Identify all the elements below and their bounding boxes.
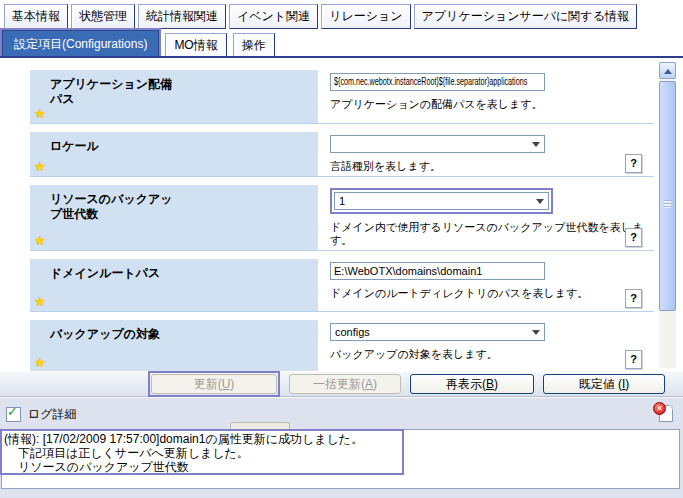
field-control-area: 1 ドメイン内で使用するリソースのバックアップ世代数を表します。 ? — [318, 185, 654, 250]
log-message-line: リソースのバックアップ世代数 — [4, 460, 400, 474]
locale-dropdown[interactable] — [330, 135, 545, 153]
update-button[interactable]: 更新(U) — [151, 374, 277, 394]
domain-root-input[interactable]: E:\WebOTX\domains\domain1 — [330, 262, 545, 280]
required-star-icon: ★ — [34, 234, 48, 247]
tab-configurations[interactable]: 設定項目(Configurations) — [2, 30, 159, 58]
annotation-highlight-box: 1 — [330, 188, 553, 214]
tab-relation[interactable]: リレーション — [321, 4, 410, 29]
field-row-locale: ロケール ★ 言語種別を表します。 ? — [30, 132, 654, 177]
tab-operations[interactable]: 操作 — [233, 33, 275, 58]
field-label: バックアップの対象 — [50, 327, 180, 342]
annotation-highlight-box: 更新(U) — [148, 371, 280, 397]
field-control-area: 言語種別を表します。 ? — [318, 132, 654, 176]
required-star-icon: ★ — [34, 107, 48, 120]
field-description: ドメイン内で使用するリソースのバックアップ世代数を表します。 — [330, 221, 654, 247]
log-message-line: 下記項目は正しくサーバへ更新しました。 — [4, 446, 400, 460]
deploy-path-input[interactable]: ${com.nec.webotx.instanceRoot}${file.sep… — [330, 73, 545, 91]
field-label-cell: ドメインルートパス ★ — [30, 259, 318, 311]
scrollbar-thumb[interactable] — [659, 81, 676, 311]
log-message-line: (情報): [17/02/2009 17:57:00]domain1の属性更新に… — [4, 432, 400, 446]
domain-root-value: E:\WebOTX\domains\domain1 — [334, 265, 482, 277]
default-values-button[interactable]: 既定値 (I) — [543, 374, 665, 394]
refresh-button[interactable]: 再表示(B) — [410, 374, 534, 394]
backup-target-dropdown[interactable]: configs — [330, 323, 545, 341]
backup-generations-value: 1 — [339, 195, 345, 207]
log-message-highlight-box: (情報): [17/02/2009 17:57:00]domain1の属性更新に… — [0, 429, 404, 475]
field-row-deploy-path: アプリケーション配備パス ★ ${com.nec.webotx.instance… — [30, 70, 654, 124]
field-description: バックアップの対象を表します。 — [330, 348, 654, 361]
field-label-cell: バックアップの対象 ★ — [30, 320, 318, 371]
help-button[interactable]: ? — [625, 350, 642, 369]
tab-appserver-info[interactable]: アプリケーションサーバに関する情報 — [414, 4, 637, 29]
backup-target-value: configs — [335, 326, 370, 338]
up-arrow-icon — [664, 69, 672, 74]
backup-generations-dropdown[interactable]: 1 — [334, 192, 549, 210]
field-label-cell: リソースのバックアップ世代数 ★ — [30, 185, 318, 250]
field-control-area: ${com.nec.webotx.instanceRoot}${file.sep… — [318, 70, 654, 123]
tab-events[interactable]: イベント関連 — [229, 4, 318, 29]
dropdown-arrow-icon — [532, 142, 540, 151]
document-fold-icon — [668, 405, 673, 410]
webotx-console-window: 基本情報 状態管理 統計情報関連 イベント関連 リレーション アプリケーションサ… — [0, 0, 683, 498]
bulk-update-button[interactable]: 一括更新(A) — [289, 374, 401, 394]
deploy-path-value: ${com.nec.webotx.instanceRoot}${file.sep… — [334, 76, 527, 87]
configuration-form: アプリケーション配備パス ★ ${com.nec.webotx.instance… — [0, 58, 683, 371]
tab-statistics[interactable]: 統計情報関連 — [138, 4, 226, 29]
scrollbar-up-arrow[interactable] — [659, 62, 676, 79]
tab-bar-primary: 基本情報 状態管理 統計情報関連 イベント関連 リレーション アプリケーションサ… — [4, 4, 637, 29]
field-label-cell: ロケール ★ — [30, 132, 318, 176]
field-label: アプリケーション配備パス — [50, 77, 180, 107]
tab-mo-info[interactable]: MO情報 — [165, 33, 226, 58]
field-control-area: configs バックアップの対象を表します。 ? — [318, 320, 654, 371]
field-label: ドメインルートパス — [50, 266, 180, 281]
log-detail-checkbox[interactable]: ✓ — [6, 407, 21, 422]
field-row-domain-root: ドメインルートパス ★ E:\WebOTX\domains\domain1 ドメ… — [30, 259, 654, 312]
clear-log-icon[interactable]: ✕ — [653, 402, 673, 422]
tab-basic-info[interactable]: 基本情報 — [4, 4, 68, 29]
log-detail-row: ✓ ログ詳細 — [6, 406, 77, 423]
action-button-bar: 更新(U) 一括更新(A) 再表示(B) 既定値 (I) — [0, 371, 683, 397]
field-description: アプリケーションの配備パスを表します。 — [330, 98, 654, 111]
tab-state-management[interactable]: 状態管理 — [71, 4, 135, 29]
field-row-backup-generations: リソースのバックアップ世代数 ★ 1 ドメイン内で使用するリソースのバックアップ… — [30, 185, 654, 251]
field-label: ロケール — [50, 139, 180, 154]
dropdown-arrow-icon — [532, 330, 540, 339]
red-x-badge-icon: ✕ — [653, 402, 666, 415]
tab-bar-secondary: 設定項目(Configurations) MO情報 操作 — [2, 30, 275, 58]
scrollbar-grip-icon — [664, 200, 671, 208]
required-star-icon: ★ — [34, 356, 48, 369]
vertical-scrollbar[interactable] — [659, 62, 676, 368]
field-row-backup-target: バックアップの対象 ★ configs バックアップの対象を表します。 ? — [30, 320, 654, 371]
required-star-icon: ★ — [34, 160, 48, 173]
help-button[interactable]: ? — [625, 154, 642, 173]
field-label: リソースのバックアップ世代数 — [50, 192, 180, 222]
log-panel: ✓ ログ詳細 ✕ (情報): [17/02/2009 17:57:00]doma… — [0, 397, 683, 498]
field-label-cell: アプリケーション配備パス ★ — [30, 70, 318, 123]
log-detail-label: ログ詳細 — [28, 406, 77, 423]
help-button[interactable]: ? — [625, 289, 642, 308]
checkmark-icon: ✓ — [7, 404, 18, 419]
help-button[interactable]: ? — [625, 228, 642, 247]
field-control-area: E:\WebOTX\domains\domain1 ドメインのルートディレクトリ… — [318, 259, 654, 311]
dropdown-arrow-icon — [536, 199, 544, 208]
field-description: 言語種別を表します。 — [330, 160, 654, 173]
required-star-icon: ★ — [34, 295, 48, 308]
field-description: ドメインのルートディレクトリのパスを表します。 — [330, 287, 654, 300]
